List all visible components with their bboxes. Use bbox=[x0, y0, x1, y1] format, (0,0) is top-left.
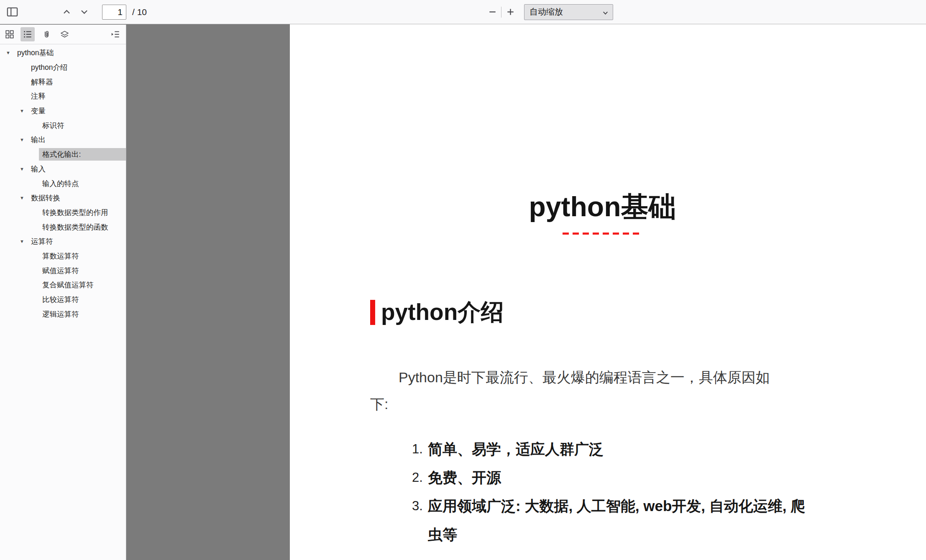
outline-item[interactable]: 比较运算符 bbox=[0, 292, 126, 307]
outline-item-label: 解释器 bbox=[28, 76, 56, 88]
outline-item[interactable]: 逻辑运算符 bbox=[0, 307, 126, 321]
outline-item[interactable]: ▼输入 bbox=[0, 162, 126, 176]
layers-icon bbox=[60, 30, 69, 39]
paragraph-line: 下: bbox=[370, 391, 770, 417]
doc-list-text: 免费、开源 bbox=[428, 463, 501, 492]
paperclip-icon bbox=[42, 30, 51, 39]
outline-item[interactable]: ▼输出 bbox=[0, 133, 126, 147]
outline-item[interactable]: ▼变量 bbox=[0, 104, 126, 118]
pdf-page: python基础 python介绍 Python是时下最流行、最火爆的编程语言之… bbox=[290, 24, 926, 560]
doc-list-text: 简单、易学，适应人群广泛 bbox=[428, 435, 604, 463]
sidebar-toolbar bbox=[0, 25, 126, 44]
title-underline-dashes bbox=[563, 233, 643, 235]
zoom-select[interactable]: 自动缩放 bbox=[524, 4, 613, 20]
doc-list-item: 1.简单、易学，适应人群广泛 bbox=[412, 435, 805, 463]
sidebar-toggle-button[interactable] bbox=[3, 3, 21, 21]
outline-item-label: 比较运算符 bbox=[39, 293, 82, 306]
heading-accent-bar bbox=[370, 300, 375, 325]
outline-item-label: 数据转换 bbox=[28, 192, 64, 204]
outline-item[interactable]: 解释器 bbox=[0, 74, 126, 89]
paragraph-line: Python是时下最流行、最火爆的编程语言之一，具体原因如 bbox=[370, 364, 770, 391]
heading-text: python介绍 bbox=[381, 297, 504, 328]
doc-list-number: 3. bbox=[412, 492, 425, 549]
outline-item[interactable]: ▼数据转换 bbox=[0, 191, 126, 205]
doc-list-text: 应用领域广泛: 大数据, 人工智能, web开发, 自动化运维, 爬虫等 bbox=[428, 492, 805, 549]
zoom-controls: 自动缩放 bbox=[483, 0, 613, 24]
doc-section-heading: python介绍 bbox=[370, 297, 504, 328]
page-number-input[interactable] bbox=[102, 5, 126, 20]
outline-tree: ▼python基础python介绍解释器注释▼变量标识符▼输出格式化输出:▼输入… bbox=[0, 45, 126, 560]
outline-item-label: 逻辑运算符 bbox=[39, 308, 82, 320]
previous-page-button[interactable] bbox=[58, 3, 75, 21]
zoom-select-value: 自动缩放 bbox=[530, 6, 563, 18]
doc-title: python基础 bbox=[290, 188, 926, 226]
layers-view-button[interactable] bbox=[57, 27, 72, 41]
outline-item-label: 输入的特点 bbox=[39, 177, 82, 190]
outline-item[interactable]: 算数运算符 bbox=[0, 249, 126, 263]
thumbnails-grid-icon bbox=[5, 29, 15, 39]
outline-item[interactable]: 输入的特点 bbox=[0, 176, 126, 191]
attachments-view-button[interactable] bbox=[39, 27, 54, 41]
outline-item[interactable]: ▼python基础 bbox=[0, 46, 126, 60]
outline-item-label: 格式化输出: bbox=[39, 148, 126, 161]
outline-item[interactable]: 标识符 bbox=[0, 118, 126, 133]
outline-item-label: 转换数据类型的作用 bbox=[39, 206, 112, 219]
outline-item-label: 复合赋值运算符 bbox=[39, 279, 97, 291]
outline-view-button[interactable] bbox=[20, 27, 35, 41]
chevron-up-icon bbox=[62, 8, 71, 16]
outline-item[interactable]: ▼运算符 bbox=[0, 234, 126, 249]
chevron-down-icon bbox=[80, 8, 89, 16]
next-page-button[interactable] bbox=[75, 3, 93, 21]
outline-item-label: 输出 bbox=[28, 133, 49, 146]
outline-item-label: 输入 bbox=[28, 163, 49, 175]
doc-paragraph: Python是时下最流行、最火爆的编程语言之一，具体原因如下: bbox=[370, 364, 770, 417]
doc-list-item: 2.免费、开源 bbox=[412, 463, 805, 492]
outline-item-label: 变量 bbox=[28, 105, 49, 117]
outline-item[interactable]: 转换数据类型的函数 bbox=[0, 220, 126, 234]
doc-list: 1.简单、易学，适应人群广泛2.免费、开源3.应用领域广泛: 大数据, 人工智能… bbox=[412, 435, 805, 549]
outline-item[interactable]: 赋值运算符 bbox=[0, 263, 126, 278]
current-outline-item-icon bbox=[110, 29, 120, 39]
current-outline-item-button[interactable] bbox=[108, 27, 123, 41]
outline-item-label: python基础 bbox=[14, 46, 57, 59]
doc-list-item: 3.应用领域广泛: 大数据, 人工智能, web开发, 自动化运维, 爬虫等 bbox=[412, 492, 805, 549]
chevron-down-icon bbox=[602, 9, 609, 16]
plus-icon bbox=[506, 8, 515, 16]
zoom-out-button[interactable] bbox=[483, 3, 501, 21]
toolbar: / 10 自动缩放 bbox=[0, 0, 926, 24]
outline-item-label: python介绍 bbox=[28, 61, 71, 74]
outline-item[interactable]: 复合赋值运算符 bbox=[0, 278, 126, 292]
page-count-label: / 10 bbox=[132, 7, 147, 17]
outline-item[interactable]: 格式化输出: bbox=[0, 147, 126, 162]
sidebar-toggle-icon bbox=[6, 5, 19, 18]
outline-item-label: 注释 bbox=[28, 90, 49, 102]
outline-item[interactable]: python介绍 bbox=[0, 60, 126, 75]
outline-item-label: 运算符 bbox=[28, 235, 56, 248]
outline-list-icon bbox=[23, 29, 33, 39]
doc-list-number: 1. bbox=[412, 435, 425, 463]
outline-item-label: 标识符 bbox=[39, 119, 68, 132]
outline-item[interactable]: 转换数据类型的作用 bbox=[0, 205, 126, 220]
sidebar: ▼python基础python介绍解释器注释▼变量标识符▼输出格式化输出:▼输入… bbox=[0, 25, 126, 560]
outline-item-label: 赋值运算符 bbox=[39, 264, 82, 277]
doc-list-number: 2. bbox=[412, 463, 425, 492]
minus-icon bbox=[488, 8, 497, 16]
zoom-in-button[interactable] bbox=[501, 3, 519, 21]
thumbnails-view-button[interactable] bbox=[3, 27, 17, 41]
pdf-viewer-app: / 10 自动缩放 bbox=[0, 0, 926, 560]
outline-item-label: 转换数据类型的函数 bbox=[39, 221, 112, 233]
outline-item[interactable]: 注释 bbox=[0, 89, 126, 104]
viewer-area[interactable]: python基础 python介绍 Python是时下最流行、最火爆的编程语言之… bbox=[127, 25, 926, 560]
outline-item-label: 算数运算符 bbox=[39, 250, 82, 262]
